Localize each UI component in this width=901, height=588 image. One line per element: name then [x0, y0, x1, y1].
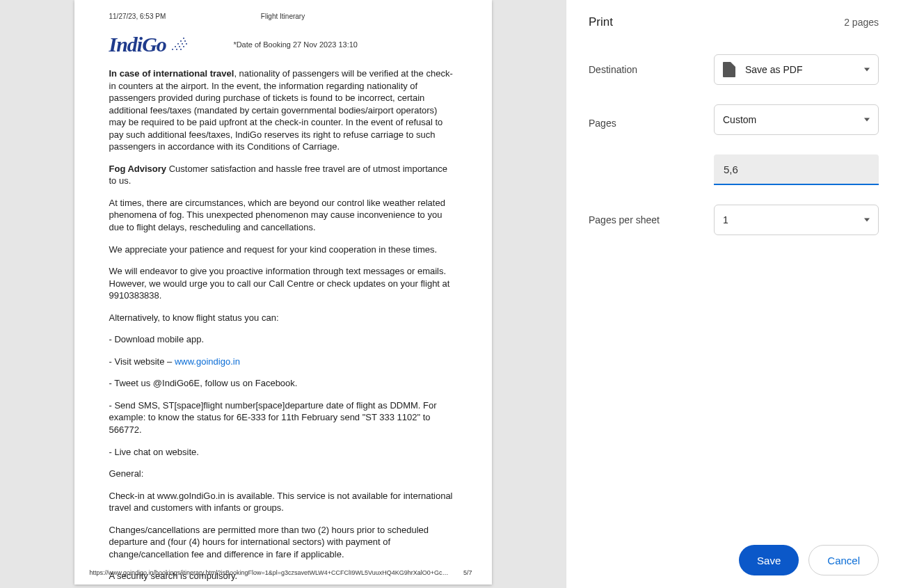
para-circumstances: At times, there are circumstances, which…: [109, 197, 457, 234]
para-tweet: - Tweet us @IndiGo6E, follow us on Faceb…: [109, 377, 457, 390]
pages-mode-select[interactable]: Custom: [714, 104, 879, 135]
footer-url: https://www.goindigo.in/bookings/itinera…: [90, 569, 452, 576]
para-sms: - Send SMS, ST[space]flight number[space…: [109, 399, 457, 436]
para-intl-travel: In case of international travel, nationa…: [109, 67, 457, 153]
pages-label: Pages: [589, 118, 714, 129]
panel-title: Print: [589, 15, 613, 29]
print-preview-area: 11/27/23, 6:53 PM Flight Itinerary IndiG…: [0, 0, 566, 588]
cancel-button[interactable]: Cancel: [808, 545, 879, 575]
plane-dots-icon: [170, 36, 190, 53]
pages-mode-value: Custom: [723, 114, 756, 125]
page-header: 11/27/23, 6:53 PM Flight Itinerary: [109, 13, 457, 20]
para-visit-website: - Visit website – www.goindigo.in: [109, 356, 457, 368]
preview-scroll[interactable]: 11/27/23, 6:53 PM Flight Itinerary IndiG…: [0, 0, 566, 588]
print-settings-panel: Print 2 pages Destination Save as PDF Pa…: [566, 0, 901, 588]
para-livechat: - Live chat on website.: [109, 446, 457, 459]
pages-per-sheet-row: Pages per sheet 1: [589, 205, 879, 235]
para-download-app: - Download mobile app.: [109, 333, 457, 346]
pages-per-sheet-value: 1: [723, 214, 728, 225]
panel-footer: Save Cancel: [589, 545, 879, 575]
footer-page-number: 5/7: [463, 569, 472, 576]
para-alternatively: Alternatively, to know flight status you…: [109, 312, 457, 324]
preview-page: 11/27/23, 6:53 PM Flight Itinerary IndiG…: [74, 0, 492, 585]
para-proactive: We will endeavor to give you proactive i…: [109, 265, 457, 302]
para-general: General:: [109, 468, 457, 480]
website-link: www.goindigo.in: [175, 356, 240, 367]
header-title: Flight Itinerary: [74, 13, 492, 20]
destination-value: Save as PDF: [745, 64, 802, 75]
pdf-file-icon: [723, 62, 735, 77]
chevron-down-icon: [864, 218, 870, 222]
para-checkin: Check-in at www.goIndiGo.in is available…: [109, 490, 457, 514]
save-button[interactable]: Save: [739, 545, 799, 575]
pages-row: Pages Custom: [589, 104, 879, 142]
para-changes: Changes/cancellations are permitted more…: [109, 524, 457, 561]
para-fog-advisory: Fog Advisory Customer satisfaction and h…: [109, 163, 457, 187]
chevron-down-icon: [864, 68, 870, 72]
destination-select[interactable]: Save as PDF: [714, 54, 879, 85]
pages-per-sheet-label: Pages per sheet: [589, 214, 714, 225]
pages-range-input[interactable]: [714, 154, 879, 185]
para-patience: We appreciate your patience and request …: [109, 244, 457, 256]
panel-header: Print 2 pages: [589, 15, 879, 29]
pages-count: 2 pages: [844, 17, 879, 28]
page-footer: https://www.goindigo.in/bookings/itinera…: [90, 569, 472, 576]
pages-per-sheet-select[interactable]: 1: [714, 205, 879, 235]
pages-input-row: [589, 154, 879, 185]
chevron-down-icon: [864, 118, 870, 122]
destination-label: Destination: [589, 64, 714, 75]
logo-row: IndiGo *Date of Booking 27 Nov 2023 13:1…: [109, 33, 457, 56]
destination-row: Destination Save as PDF: [589, 54, 879, 85]
